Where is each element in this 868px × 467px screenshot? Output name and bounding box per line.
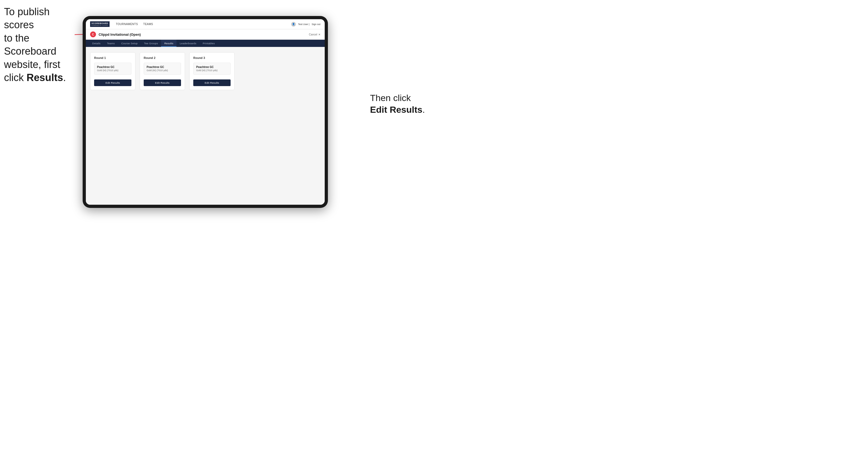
nav-teams[interactable]: TEAMS — [143, 23, 153, 26]
tournament-header: C Clippd Invitational (Open) Cancel ✕ — [86, 29, 325, 40]
tablet-frame: SCOREBOARD Powered by clippd TOURNAMENTS… — [83, 16, 328, 208]
tab-leaderboards[interactable]: Leaderboards — [177, 40, 199, 47]
rounds-grid: Round 1 Peachtree GC Gold (M) (7010 yds)… — [90, 52, 320, 90]
tab-course-setup[interactable]: Course Setup — [118, 40, 141, 47]
tablet-screen: SCOREBOARD Powered by clippd TOURNAMENTS… — [86, 19, 325, 205]
signout-link[interactable]: Sign out — [312, 23, 320, 26]
round-1-course-card: Peachtree GC Gold (M) (7010 yds) — [94, 63, 131, 75]
tab-teams[interactable]: Teams — [104, 40, 118, 47]
nav-right: 👤 Test User | Sign out — [291, 22, 320, 27]
user-avatar: 👤 — [291, 22, 296, 27]
user-label: Test User | — [298, 23, 310, 26]
tab-details[interactable]: Details — [89, 40, 104, 47]
round-2-course-details: Gold (M) (7010 yds) — [147, 69, 178, 72]
tab-bar: Details Teams Course Setup Tee Groups Re… — [86, 40, 325, 47]
round-1-edit-results-button[interactable]: Edit Results — [94, 80, 131, 86]
round-1-title: Round 1 — [94, 56, 131, 59]
instruction-left: To publish scores to the Scoreboard webs… — [4, 5, 76, 84]
tab-printables[interactable]: Printables — [199, 40, 218, 47]
round-3-title: Round 3 — [193, 56, 230, 59]
tab-tee-groups[interactable]: Tee Groups — [141, 40, 161, 47]
nav-tournaments[interactable]: TOURNAMENTS — [116, 23, 138, 26]
round-1-course-name: Peachtree GC — [97, 66, 128, 68]
round-2-column: Round 2 Peachtree GC Gold (M) (7010 yds)… — [140, 52, 185, 90]
round-3-course-card: Peachtree GC Gold (M) (7010 yds) — [193, 63, 230, 75]
round-1-column: Round 1 Peachtree GC Gold (M) (7010 yds)… — [90, 52, 135, 90]
round-1-course-details: Gold (M) (7010 yds) — [97, 69, 128, 72]
logo-area: SCOREBOARD Powered by clippd — [90, 21, 110, 27]
instruction-right: Then click Edit Results. — [370, 92, 429, 116]
round-3-course-details: Gold (M) (7010 yds) — [196, 69, 228, 72]
round-2-title: Round 2 — [144, 56, 181, 59]
tab-results[interactable]: Results — [161, 40, 177, 47]
round-2-edit-results-button[interactable]: Edit Results — [144, 80, 181, 86]
tournament-title: Clippd Invitational (Open) — [99, 33, 309, 36]
round-2-course-name: Peachtree GC — [147, 66, 178, 68]
tournament-icon: C — [90, 31, 96, 37]
scoreboard-logo: SCOREBOARD Powered by clippd — [90, 21, 110, 27]
main-content: Round 1 Peachtree GC Gold (M) (7010 yds)… — [86, 47, 325, 205]
round-3-edit-results-button[interactable]: Edit Results — [193, 80, 230, 86]
top-nav: SCOREBOARD Powered by clippd TOURNAMENTS… — [86, 19, 325, 29]
round-3-column: Round 3 Peachtree GC Gold (M) (7010 yds)… — [189, 52, 235, 90]
cancel-button[interactable]: Cancel ✕ — [309, 33, 320, 36]
nav-links: TOURNAMENTS TEAMS — [116, 23, 291, 26]
round-3-course-name: Peachtree GC — [196, 66, 228, 68]
round-2-course-card: Peachtree GC Gold (M) (7010 yds) — [144, 63, 181, 75]
